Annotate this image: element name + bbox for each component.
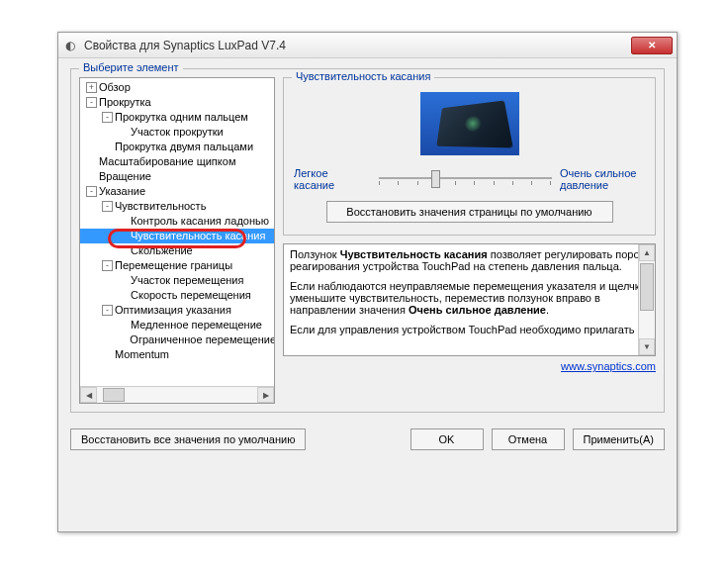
tree-item[interactable]: -Указание bbox=[80, 184, 274, 199]
cancel-button[interactable]: Отмена bbox=[492, 428, 565, 450]
vscroll-thumb[interactable] bbox=[640, 263, 654, 311]
slider-thumb[interactable] bbox=[431, 170, 440, 188]
tree-item[interactable]: Масштабирование щипком bbox=[80, 154, 274, 169]
synaptics-link[interactable]: www.synaptics.com bbox=[561, 360, 656, 372]
properties-dialog: ◐ Свойства для Synaptics LuxPad V7.4 ✕ В… bbox=[57, 32, 678, 532]
tree-item-label: Прокрутка bbox=[99, 95, 151, 110]
tree-item-label: Чувствительность касания bbox=[131, 229, 265, 243]
tree-item[interactable]: Участок перемещения bbox=[80, 273, 274, 288]
tree-hscrollbar[interactable]: ◀ ▶ bbox=[80, 386, 274, 403]
tree-item[interactable]: -Прокрутка одним пальцем bbox=[80, 110, 274, 125]
scroll-left-icon[interactable]: ◀ bbox=[80, 387, 97, 403]
tree-expand-icon[interactable]: - bbox=[102, 260, 113, 271]
tree-item[interactable]: Скорость перемещения bbox=[80, 288, 274, 303]
tree-view[interactable]: +Обзор-Прокрутка-Прокрутка одним пальцем… bbox=[79, 77, 275, 404]
tree-item[interactable]: Вращение bbox=[80, 169, 274, 184]
slider-label-right: Очень сильное давление bbox=[560, 167, 645, 191]
tree-item-label: Медленное перемещение bbox=[131, 318, 262, 333]
slider-label-left: Легкое касание bbox=[294, 167, 371, 191]
sensitivity-slider[interactable] bbox=[379, 167, 552, 191]
tree-item-label: Прокрутка одним пальцем bbox=[115, 110, 248, 125]
tree-item-label: Контроль касания ладонью bbox=[131, 214, 269, 229]
tree-item-label: Вращение bbox=[99, 169, 151, 184]
tree-item-label: Оптимизация указания bbox=[115, 303, 231, 318]
tree-item[interactable]: +Обзор bbox=[80, 80, 274, 95]
tree-item[interactable]: Momentum bbox=[80, 347, 274, 362]
tree-expand-icon[interactable]: - bbox=[102, 112, 113, 123]
tree-expand-icon[interactable]: - bbox=[102, 201, 113, 212]
tree-item-label: Обзор bbox=[99, 80, 131, 95]
restore-all-button[interactable]: Восстановить все значения по умолчанию bbox=[70, 428, 306, 450]
tree-expand-icon[interactable]: - bbox=[86, 97, 97, 108]
tree-item-label: Скольжение bbox=[131, 243, 193, 258]
tree-item[interactable]: -Прокрутка bbox=[80, 95, 274, 110]
tree-item-label: Momentum bbox=[115, 347, 169, 362]
scroll-down-icon[interactable]: ▼ bbox=[639, 338, 655, 355]
tree-item-label: Чувствительность bbox=[115, 199, 206, 214]
tree-item-label: Участок прокрутки bbox=[131, 125, 224, 140]
main-fieldset: Выберите элемент +Обзор-Прокрутка-Прокру… bbox=[70, 68, 665, 413]
tree-item[interactable]: Медленное перемещение bbox=[80, 318, 274, 333]
description-box: Ползунок Чувствительность касания позвол… bbox=[283, 243, 656, 356]
tree-item[interactable]: Прокрутка двумя пальцами bbox=[80, 140, 274, 154]
touchpad-preview bbox=[420, 92, 519, 155]
app-icon: ◐ bbox=[62, 38, 78, 53]
tree-item[interactable]: Контроль касания ладонью bbox=[80, 214, 274, 229]
desc-vscrollbar[interactable]: ▲ ▼ bbox=[638, 244, 655, 355]
tree-item-label: Прокрутка двумя пальцами bbox=[115, 140, 253, 154]
tree-item-label: Скорость перемещения bbox=[131, 288, 251, 303]
tree-item-label: Указание bbox=[99, 184, 145, 199]
tree-item[interactable]: -Чувствительность bbox=[80, 199, 274, 214]
scroll-up-icon[interactable]: ▲ bbox=[639, 244, 655, 261]
group-label: Чувствительность касания bbox=[292, 70, 434, 82]
reset-page-button[interactable]: Восстановить значения страницы по умолча… bbox=[326, 201, 613, 223]
tree-expand-icon[interactable]: - bbox=[102, 305, 113, 316]
tree-item-label: Перемещение границы bbox=[115, 258, 232, 273]
ok-button[interactable]: OK bbox=[410, 428, 484, 450]
tree-item[interactable]: Скольжение bbox=[80, 243, 274, 258]
hscroll-thumb[interactable] bbox=[103, 388, 125, 402]
close-button[interactable]: ✕ bbox=[631, 37, 673, 54]
tree-item[interactable]: Чувствительность касания bbox=[80, 229, 274, 243]
tree-expand-icon[interactable]: - bbox=[86, 186, 97, 197]
window-title: Свойства для Synaptics LuxPad V7.4 bbox=[84, 39, 631, 52]
tree-item-label: Ограниченное перемещение bbox=[130, 333, 274, 347]
apply-button[interactable]: Применить(A) bbox=[573, 428, 666, 450]
sensitivity-group: Чувствительность касания Легкое касание bbox=[283, 77, 656, 236]
fieldset-label: Выберите элемент bbox=[79, 61, 183, 73]
scroll-right-icon[interactable]: ▶ bbox=[257, 387, 274, 403]
titlebar[interactable]: ◐ Свойства для Synaptics LuxPad V7.4 ✕ bbox=[58, 33, 677, 58]
touchpad-icon bbox=[436, 100, 512, 147]
tree-item-label: Масштабирование щипком bbox=[99, 154, 235, 169]
tree-item[interactable]: Участок прокрутки bbox=[80, 125, 274, 140]
tree-item[interactable]: Ограниченное перемещение bbox=[80, 333, 274, 347]
tree-item-label: Участок перемещения bbox=[131, 273, 243, 288]
tree-item[interactable]: -Оптимизация указания bbox=[80, 303, 274, 318]
tree-expand-icon[interactable]: + bbox=[86, 82, 97, 93]
tree-item[interactable]: -Перемещение границы bbox=[80, 258, 274, 273]
